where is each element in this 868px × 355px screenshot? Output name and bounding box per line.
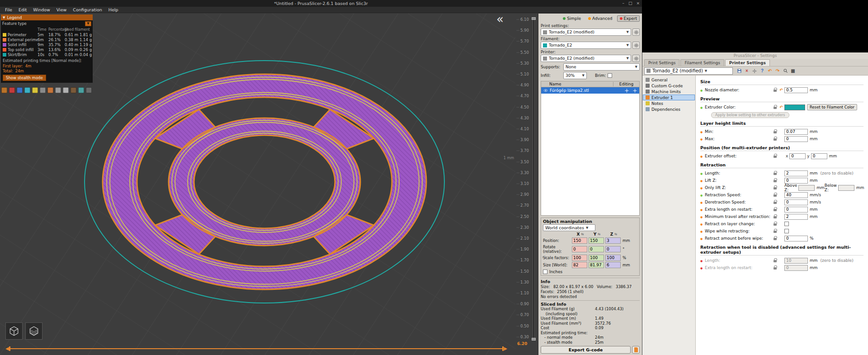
mirror-icon[interactable]: ⇆ [598, 232, 600, 236]
toggle-pause-prints-icon[interactable] [55, 87, 61, 93]
mirror-icon[interactable]: ⇆ [581, 232, 584, 236]
object-list-item[interactable]: Fúrógép lámpa2.stl [541, 87, 639, 94]
reset-arrow-icon[interactable]: ↶ [778, 88, 784, 92]
toggle-wipe-icon[interactable] [9, 87, 15, 93]
horizontal-layer-slider[interactable]: ◀ ▶ [5, 346, 507, 351]
undo-icon[interactable]: ↶ [766, 67, 774, 75]
legend-header[interactable]: ▼ Legend [1, 14, 93, 20]
slider-track[interactable] [10, 348, 503, 349]
3d-view-thumbnail[interactable] [5, 322, 23, 340]
manip-y-input[interactable] [589, 262, 604, 268]
edit-printer-button[interactable] [632, 55, 640, 62]
export-gcode-button[interactable]: Export G-code [541, 346, 631, 354]
menu-configuration[interactable]: Configuration [70, 7, 105, 13]
close-button[interactable]: × [636, 0, 640, 7]
setting-input[interactable] [784, 87, 808, 93]
redo-icon[interactable]: ↷ [774, 67, 781, 75]
delete-preset-icon[interactable]: × [743, 67, 750, 75]
inches-checkbox[interactable] [543, 270, 547, 274]
manip-x-input[interactable] [572, 255, 587, 261]
tree-item-extruder-1[interactable]: Extruder 1 [643, 95, 695, 100]
extruder-color-swatch[interactable] [784, 104, 805, 110]
vertical-slider-bottom-handle[interactable] [532, 338, 536, 341]
view-type-dropdown[interactable]: ▼ [85, 21, 91, 26]
toggle-tool-marker-icon[interactable] [78, 87, 84, 93]
compare-icon[interactable]: ▦ [789, 67, 797, 75]
toggle-seams-icon[interactable] [32, 87, 38, 93]
manip-z-input[interactable] [605, 246, 621, 252]
manip-z-input[interactable] [605, 237, 621, 244]
supports-combo[interactable]: None ▼ [563, 63, 640, 71]
gear-icon[interactable] [751, 67, 758, 75]
mode-advanced[interactable]: Advanced [585, 15, 615, 22]
toggle-tool-changes-icon[interactable] [40, 87, 46, 93]
setting-input[interactable] [784, 214, 808, 220]
reset-arrow-icon[interactable]: ↶ [778, 105, 784, 109]
setting-input[interactable] [784, 136, 808, 142]
print-settings-combo[interactable]: Tornado_E2 (modified) ▼ [541, 28, 631, 36]
3d-viewport[interactable]: ▼ Legend Feature type ▼ Time Percentage … [0, 14, 515, 355]
filament-combo[interactable]: Tornado_E2 ▼ [541, 42, 631, 49]
printer-combo[interactable]: Tornado_E2 (modified) ▼ [541, 55, 631, 62]
toggle-custom-gcode-icon[interactable] [63, 87, 69, 93]
editing-gear-icon[interactable] [624, 88, 629, 93]
manip-x-input[interactable] [572, 246, 587, 252]
tree-item-machine-limits[interactable]: Machine limits [643, 89, 695, 95]
mode-simple[interactable]: Simple [560, 15, 584, 22]
preview-thumbnail[interactable] [25, 322, 42, 340]
setting-input[interactable] [784, 199, 808, 205]
extruder-offset-x-input[interactable] [789, 153, 806, 159]
title-bar[interactable]: *Untitled - PrusaSlicer-2.6.1 based on S… [0, 0, 642, 7]
setting-input[interactable] [784, 192, 808, 198]
slider-left-handle[interactable]: ◀ [5, 346, 9, 351]
slider-right-handle[interactable]: ▶ [504, 346, 507, 351]
search-icon[interactable] [782, 67, 789, 75]
preset-combo[interactable]: Tornado_E2 (modified) ▼ [644, 67, 733, 75]
help-icon[interactable]: ? [759, 67, 766, 75]
setting-checkbox[interactable] [784, 229, 789, 233]
brim-checkbox[interactable] [608, 73, 612, 78]
manip-y-input[interactable] [589, 246, 604, 252]
setting-checkbox[interactable] [784, 222, 789, 226]
setting-input[interactable] [784, 236, 808, 241]
tree-item-general[interactable]: General [643, 77, 695, 83]
mode-expert[interactable]: Expert [617, 15, 640, 22]
menu-file[interactable]: File [2, 7, 15, 13]
manip-z-input[interactable] [605, 255, 621, 261]
toggle-color-changes-icon[interactable] [47, 87, 53, 93]
maximize-button[interactable]: □ [628, 0, 632, 7]
export-to-sd-button[interactable] [632, 346, 640, 354]
show-stealth-mode-button[interactable]: Show stealth mode [3, 75, 46, 81]
layer-slider-strip[interactable]: —6.10—5.90—5.70—5.50—5.30—5.10—4.90—4.70… [515, 14, 538, 355]
manip-z-input[interactable] [605, 262, 621, 268]
tab-filament-settings[interactable]: Filament Settings [680, 59, 724, 66]
extruder-offset-y-input[interactable] [811, 153, 827, 159]
manip-x-input[interactable] [572, 262, 587, 268]
menu-window[interactable]: Window [30, 7, 53, 13]
coords-combo[interactable]: World coordinates ▼ [543, 224, 595, 231]
tab-printer-settings[interactable]: Printer Settings [725, 59, 770, 66]
toggle-legend-icon[interactable] [86, 87, 92, 93]
infill-combo[interactable]: 30% ▼ [563, 72, 587, 79]
layers-edit-icon[interactable] [632, 88, 637, 93]
toggle-deretractions-icon[interactable] [24, 87, 30, 93]
setting-input[interactable] [784, 129, 808, 135]
minimize-button[interactable]: – [622, 0, 624, 7]
toggle-travels-icon[interactable] [1, 87, 7, 93]
mirror-icon[interactable]: ⇆ [614, 232, 617, 236]
menu-help[interactable]: Help [105, 7, 122, 13]
menu-view[interactable]: View [53, 7, 70, 13]
setting-input[interactable] [784, 170, 808, 176]
vertical-slider-track[interactable] [533, 19, 535, 339]
tree-item-notes[interactable]: Notes [643, 100, 695, 106]
edit-print-settings-button[interactable] [632, 28, 640, 36]
toggle-retractions-icon[interactable] [17, 87, 23, 93]
save-preset-icon[interactable] [736, 67, 743, 75]
settings-title-bar[interactable]: PrusaSlicer - Settings [642, 52, 868, 59]
manip-x-input[interactable] [572, 237, 587, 244]
manip-y-input[interactable] [589, 255, 604, 261]
menu-edit[interactable]: Edit [15, 7, 30, 13]
tab-print-settings[interactable]: Print Settings [644, 59, 679, 66]
tree-item-dependencies[interactable]: Dependencies [643, 106, 695, 112]
toggle-shells-icon[interactable] [71, 87, 76, 93]
